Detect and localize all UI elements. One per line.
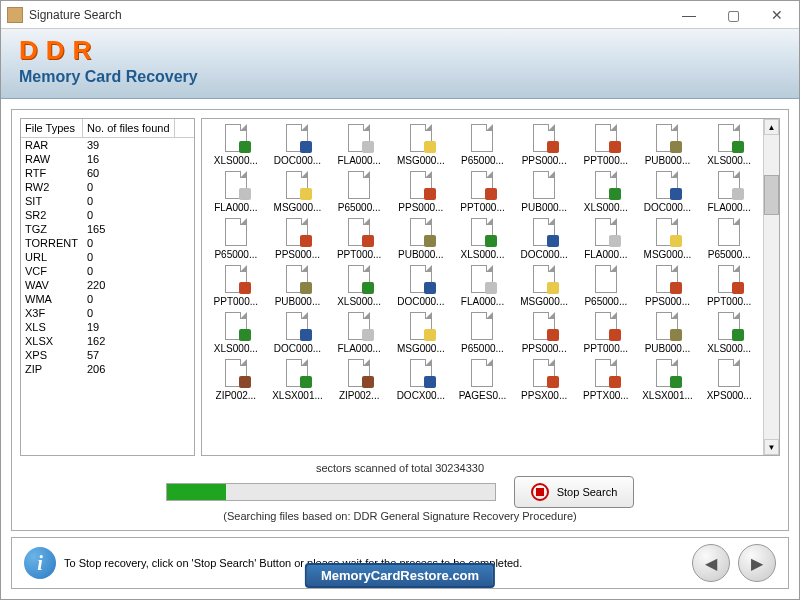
table-row[interactable]: TORRENT0 [21,236,194,250]
file-item[interactable]: XLS000... [699,123,759,166]
file-item[interactable]: MSG000... [638,217,698,260]
file-item[interactable]: PUB000... [638,311,698,354]
table-row[interactable]: WAV220 [21,278,194,292]
file-item[interactable]: DOC000... [514,217,574,260]
file-item[interactable]: XLS000... [206,311,266,354]
info-icon: i [24,547,56,579]
file-item[interactable]: PPT000... [576,311,636,354]
file-item[interactable]: PPT000... [699,264,759,307]
msg-badge-icon [670,235,682,247]
file-item[interactable]: MSG000... [391,311,451,354]
minimize-button[interactable]: — [673,4,705,26]
file-icon [408,311,434,341]
file-item[interactable]: MSG000... [391,123,451,166]
file-item[interactable]: P65000... [699,217,759,260]
table-row[interactable]: RAW16 [21,152,194,166]
table-row[interactable]: RAR39 [21,138,194,152]
file-item[interactable]: P65000... [329,170,389,213]
file-item[interactable]: PPSX00... [514,358,574,401]
scroll-up-button[interactable]: ▲ [764,119,779,135]
file-item[interactable]: XLS000... [576,170,636,213]
nav-back-button[interactable]: ◀ [692,544,730,582]
file-label: MSG000... [520,296,568,307]
file-icon [284,217,310,247]
file-item[interactable]: XLS000... [206,123,266,166]
file-item[interactable]: FLA000... [206,170,266,213]
file-item[interactable]: DOC000... [268,123,328,166]
logo: DDR [19,35,781,66]
file-item[interactable]: DOC000... [268,311,328,354]
nav-forward-button[interactable]: ▶ [738,544,776,582]
file-item[interactable]: P65000... [206,217,266,260]
file-item[interactable]: XLS000... [453,217,513,260]
file-label: PPTX00... [583,390,629,401]
cell-type: SR2 [21,208,83,222]
file-item[interactable]: XLS000... [699,311,759,354]
file-item[interactable]: FLA000... [576,217,636,260]
cell-type: RAR [21,138,83,152]
file-item[interactable]: XPS000... [699,358,759,401]
file-item[interactable]: ZIP002... [206,358,266,401]
file-item[interactable]: XLSX001... [638,358,698,401]
table-row[interactable]: XLS19 [21,320,194,334]
file-item[interactable]: DOCX00... [391,358,451,401]
file-item[interactable]: FLA000... [699,170,759,213]
file-item[interactable]: MSG000... [514,264,574,307]
file-item[interactable]: PPT000... [329,217,389,260]
fla-badge-icon [609,235,621,247]
file-item[interactable]: PPT000... [576,123,636,166]
scroll-thumb[interactable] [764,175,779,215]
maximize-button[interactable]: ▢ [717,4,749,26]
file-item[interactable]: FLA000... [329,123,389,166]
table-row[interactable]: SIT0 [21,194,194,208]
scrollbar-vertical[interactable]: ▲ ▼ [763,119,779,455]
file-item[interactable]: PPTX00... [576,358,636,401]
file-item[interactable]: MSG000... [268,170,328,213]
table-row[interactable]: RW20 [21,180,194,194]
scroll-down-button[interactable]: ▼ [764,439,779,455]
file-icon [408,217,434,247]
file-item[interactable]: P65000... [453,123,513,166]
table-row[interactable]: ZIP206 [21,362,194,376]
file-item[interactable]: FLA000... [329,311,389,354]
file-item[interactable]: DOC000... [391,264,451,307]
file-item[interactable]: FLA000... [453,264,513,307]
file-item[interactable]: PPT000... [206,264,266,307]
file-label: XLS000... [337,296,381,307]
file-item[interactable]: PPT000... [453,170,513,213]
file-item[interactable]: PPS000... [268,217,328,260]
table-row[interactable]: XLSX162 [21,334,194,348]
file-item[interactable]: P65000... [453,311,513,354]
file-item[interactable]: PPS000... [514,123,574,166]
table-row[interactable]: VCF0 [21,264,194,278]
file-item[interactable]: P65000... [576,264,636,307]
table-row[interactable]: URL0 [21,250,194,264]
stop-search-button[interactable]: Stop Search [514,476,635,508]
table-row[interactable]: WMA0 [21,292,194,306]
file-item[interactable]: PUB000... [638,123,698,166]
file-item[interactable]: PPS000... [514,311,574,354]
table-row[interactable]: RTF60 [21,166,194,180]
file-icon [469,311,495,341]
file-item[interactable]: DOC000... [638,170,698,213]
close-button[interactable]: ✕ [761,4,793,26]
table-row[interactable]: SR20 [21,208,194,222]
file-item[interactable]: PUB000... [391,217,451,260]
table-row[interactable]: XPS57 [21,348,194,362]
table-row[interactable]: X3F0 [21,306,194,320]
file-icon [716,358,742,388]
file-item[interactable]: PPS000... [638,264,698,307]
file-item[interactable]: PUB000... [268,264,328,307]
file-item[interactable]: ZIP002... [329,358,389,401]
table-row[interactable]: TGZ165 [21,222,194,236]
file-item[interactable]: XLS000... [329,264,389,307]
fla-badge-icon [362,141,374,153]
file-icon [469,123,495,153]
cell-count: 0 [83,292,97,306]
file-item[interactable]: PUB000... [514,170,574,213]
msg-badge-icon [547,282,559,294]
file-item[interactable]: PAGES0... [453,358,513,401]
file-item[interactable]: XLSX001... [268,358,328,401]
file-item[interactable]: PPS000... [391,170,451,213]
file-label: XLSX001... [642,390,693,401]
